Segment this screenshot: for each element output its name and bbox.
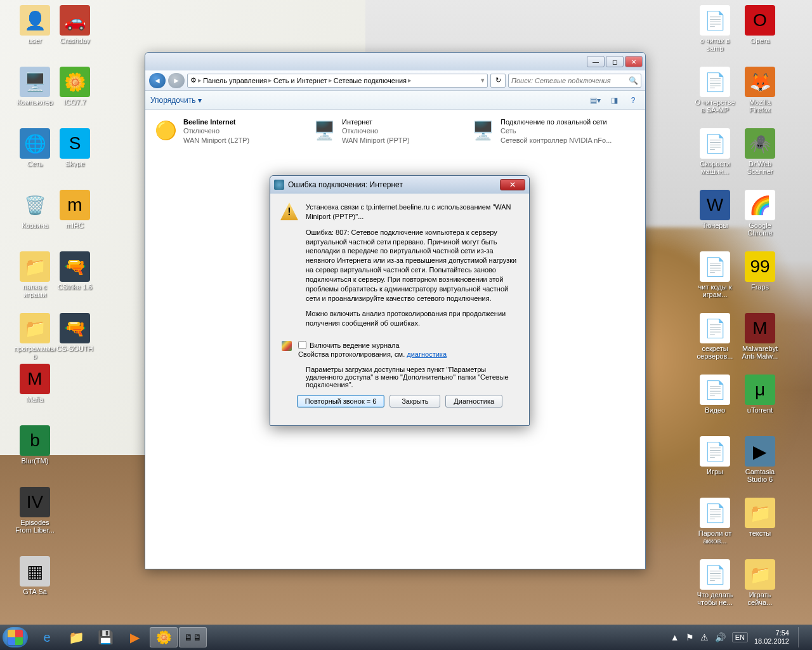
network-connection-item[interactable]: 🖥️ Интернет Отключено WAN Miniport (PPTP… xyxy=(310,116,462,146)
close-dialog-button[interactable]: Закрыть xyxy=(390,395,440,408)
maximize-button[interactable]: ◻ xyxy=(606,56,624,67)
language-indicator[interactable]: EN xyxy=(732,632,748,642)
show-desktop-button[interactable] xyxy=(798,627,804,647)
crashday-icon: 🚗 xyxy=(60,5,90,36)
desktop-icon-recycle[interactable]: 🗑️Корзина xyxy=(13,190,57,229)
taskbar-wmp[interactable]: ▶ xyxy=(121,627,148,647)
txt6-icon: 📄 xyxy=(700,498,730,528)
desktop-icon-crashday[interactable]: 🚗Crashday xyxy=(53,5,97,44)
user-icon: 👤 xyxy=(20,5,50,36)
navigation-bar: ◄ ► ⚙ ▸ Панель управления ▸ Сеть и Интер… xyxy=(145,70,645,91)
desktop-icon-video[interactable]: 📄Видео xyxy=(693,375,737,414)
tray-volume-icon[interactable]: 🔊 xyxy=(715,632,726,642)
breadcrumb-item[interactable]: Сеть и Интернет xyxy=(273,77,327,84)
txt4-icon: 📄 xyxy=(700,251,730,282)
icq-icon: 🌼 xyxy=(60,67,90,97)
desktop-icon-firefox[interactable]: 🦊Mozilla Firefox xyxy=(738,67,782,114)
desktop-icon-camtasia[interactable]: ▶Camtasia Studio 6 xyxy=(738,436,782,483)
network-connection-item[interactable]: 🟡 Beeline Internet Отключено WAN Minipor… xyxy=(152,116,304,146)
desktop-icon-user[interactable]: 👤user xyxy=(13,5,57,44)
desktop-icon-txt5[interactable]: 📄секреты серверов... xyxy=(693,313,737,360)
dialog-body: Установка связи с tp.internet.beeline.ru… xyxy=(270,194,529,425)
warning-icon xyxy=(280,202,298,220)
search-icon[interactable]: 🔍 xyxy=(629,76,638,85)
refresh-button[interactable]: ↻ xyxy=(490,74,506,88)
network-icon: 🌐 xyxy=(20,128,50,159)
search-input[interactable] xyxy=(511,77,629,84)
desktop-icon-computer[interactable]: 🖥️Компьютер xyxy=(13,67,57,106)
window-titlebar[interactable]: — ◻ ✕ xyxy=(145,53,645,70)
dialog-close-button[interactable]: ✕ xyxy=(500,179,525,190)
desktop-icon-tuners[interactable]: WТюнеры xyxy=(693,190,737,229)
desktop-icon-games-folder[interactable]: 📁папка с играми xyxy=(13,251,57,298)
connection-status: Отключено xyxy=(183,126,249,135)
help-button[interactable]: ? xyxy=(626,94,640,107)
taskbar-network-connections[interactable]: 🖥︎🖥︎ xyxy=(179,627,207,647)
redial-button[interactable]: Повторный звонок = 6 xyxy=(297,395,385,408)
desktop-icon-txt2[interactable]: 📄О читерстве в SA-MP xyxy=(693,67,737,114)
desktop-icon-txt1[interactable]: 📄о читах в samp xyxy=(693,5,737,52)
taskbar-ie[interactable]: e xyxy=(33,627,61,647)
desktop-icon-txt4[interactable]: 📄чит коды к играм... xyxy=(693,251,737,298)
dialog-titlebar[interactable]: Ошибка подключения: Интернет ✕ xyxy=(270,176,529,194)
firefox-icon: 🦊 xyxy=(745,67,775,97)
breadcrumb[interactable]: ⚙ ▸ Панель управления ▸ Сеть и Интернет … xyxy=(187,74,488,88)
desktop-icon-drweb[interactable]: 🕷️Dr.Web Scanner xyxy=(738,128,782,175)
txt3-icon: 📄 xyxy=(700,128,730,159)
desktop-icon-icq[interactable]: 🌼ICQ7.7 xyxy=(53,67,97,106)
desktop-icon-utorrent[interactable]: μuTorrent xyxy=(738,375,782,414)
desktop-icon-malwarebytes[interactable]: MMalwarebyt Anti-Malw... xyxy=(738,313,782,360)
nav-back-button[interactable]: ◄ xyxy=(149,73,166,88)
system-tray: ▲ ⚑ ⚠ 🔊 EN 7:54 18.02.2012 xyxy=(671,627,809,647)
desktop-icon-cs-south[interactable]: 🔫CS-SOUTH xyxy=(53,313,97,352)
desktop-icon-opera[interactable]: OOpera xyxy=(738,5,782,44)
desktop-icon-igry[interactable]: 📄Игры xyxy=(693,436,737,475)
desktop-icon-txt3[interactable]: 📄Скорости машин... xyxy=(693,128,737,175)
enable-logging-checkbox[interactable] xyxy=(298,341,306,349)
enable-logging-checkbox-label[interactable]: Включить ведение журнала xyxy=(298,341,519,349)
desktop-icon-fraps[interactable]: 99Fraps xyxy=(738,251,782,291)
desktop-icon-cstrike[interactable]: 🔫CStrike 1.6 xyxy=(53,251,97,291)
start-button[interactable] xyxy=(3,627,28,647)
desktop-icon-mafia[interactable]: MMafia xyxy=(13,364,57,403)
desktop-icon-texts[interactable]: 📁тексты xyxy=(738,498,782,537)
breadcrumb-item[interactable]: Сетевые подключения xyxy=(334,77,407,84)
minimize-button[interactable]: — xyxy=(587,56,605,67)
tray-network-icon[interactable]: ⚠ xyxy=(700,632,709,642)
desktop-icon-skype[interactable]: SSkype xyxy=(53,128,97,168)
taskbar-save-icon[interactable]: 💾 xyxy=(91,627,119,647)
search-box[interactable]: 🔍 xyxy=(508,74,641,88)
view-options-button[interactable]: ▤▾ xyxy=(588,94,602,107)
txt7-icon: 📄 xyxy=(700,559,730,590)
desktop-icon-txt6[interactable]: 📄Пароли от акков... xyxy=(693,498,737,545)
desktop-icon-gtasa[interactable]: ▦GTA Sa xyxy=(13,556,57,595)
cstrike-icon: 🔫 xyxy=(60,251,90,282)
desktop-icon-txt7[interactable]: 📄Что делать чтобы не... xyxy=(693,559,737,606)
computer-icon: 🖥️ xyxy=(20,67,50,97)
nav-forward-button[interactable]: ► xyxy=(168,73,185,88)
preview-pane-button[interactable]: ◨ xyxy=(607,94,621,107)
connection-icon: 🖥️ xyxy=(311,117,337,143)
txt2-icon: 📄 xyxy=(700,67,730,97)
desktop-icon-blur[interactable]: bBlur(TM) xyxy=(13,425,57,465)
diagnostics-link[interactable]: диагностика xyxy=(407,350,447,358)
tray-show-hidden-icon[interactable]: ▲ xyxy=(671,632,679,642)
connection-device: WAN Miniport (L2TP) xyxy=(183,136,249,145)
desktop-icon-gta4[interactable]: IVEpisodes From Liber... xyxy=(13,487,57,534)
desktop-icon-network[interactable]: 🌐Сеть xyxy=(13,128,57,168)
desktop-icon-mirc[interactable]: mmIRC xyxy=(53,190,97,229)
organize-menu[interactable]: Упорядочить ▾ xyxy=(150,96,202,105)
desktop-icon-programs[interactable]: 📁программмы р xyxy=(13,313,57,360)
desktop-icon-chrome[interactable]: 🌈Google Chrome xyxy=(738,190,782,237)
close-button[interactable]: ✕ xyxy=(625,56,643,67)
taskbar-icq[interactable]: 🌼 xyxy=(150,627,178,647)
connection-name: Подключение по локальной сети xyxy=(501,117,612,126)
network-connection-item[interactable]: 🖥️ Подключение по локальной сети Сеть Се… xyxy=(469,116,621,146)
breadcrumb-item[interactable]: Панель управления xyxy=(203,77,267,84)
taskbar: e 📁 💾 ▶ 🌼 🖥︎🖥︎ ▲ ⚑ ⚠ 🔊 EN 7:54 18.02.201… xyxy=(0,625,812,650)
diagnostics-button[interactable]: Диагностика xyxy=(445,395,502,408)
desktop-icon-play-now[interactable]: 📁Играть сейча... xyxy=(738,559,782,606)
tray-action-center-icon[interactable]: ⚑ xyxy=(686,632,694,642)
taskbar-explorer[interactable]: 📁 xyxy=(62,627,90,647)
taskbar-clock[interactable]: 7:54 18.02.2012 xyxy=(754,629,789,646)
